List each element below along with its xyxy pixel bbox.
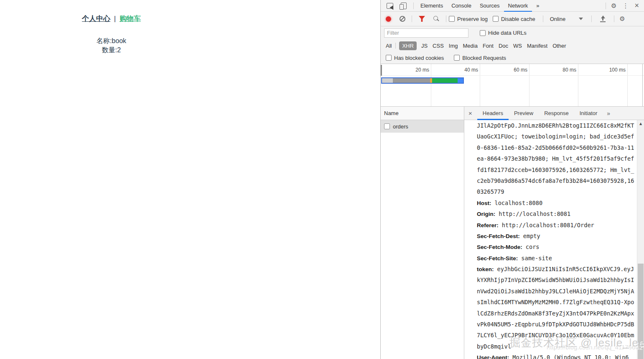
type-filter-css[interactable]: CSS — [433, 43, 444, 49]
tick-80ms: 80 ms — [547, 67, 576, 73]
record-icon[interactable] — [386, 16, 391, 22]
header-line: 03265779 — [477, 186, 644, 197]
detail-tab-headers[interactable]: Headers — [477, 107, 509, 120]
throttling-select[interactable]: Online — [550, 16, 566, 22]
request-row-checkbox[interactable] — [384, 123, 390, 129]
separator — [614, 15, 614, 22]
devtools-close-icon[interactable]: × — [632, 1, 644, 10]
cart-link[interactable]: 购物车 — [120, 15, 141, 23]
has-blocked-cookies-checkbox[interactable] — [386, 55, 392, 61]
type-filter-xhr[interactable]: XHR — [399, 41, 416, 50]
timeline-left-handle[interactable] — [381, 65, 382, 76]
filter-input[interactable] — [384, 28, 468, 38]
header-line-token: token:eyJhbGciOiJSUzI1NiIsInR5cCI6IkpXVC… — [477, 264, 644, 274]
gridline — [431, 64, 431, 106]
header-line-sec-fetch-dest: Sec-Fetch-Dest:empty — [477, 231, 644, 241]
disable-cache-label: Disable cache — [501, 16, 535, 22]
search-icon[interactable] — [433, 16, 439, 22]
header-line: UaoGcX1FUoc; toweibologin=login; bad_idc… — [477, 131, 644, 142]
header-line: ea-8664-973e38b7b980; Hm_lvt_45f5f201f5a… — [477, 153, 644, 164]
name-column-header[interactable]: Name — [381, 107, 464, 120]
header-line: vPk04N5UM5-zEqpbruL9fDTpkXPdGOTUJd8WhbHD… — [477, 319, 644, 330]
devtools-settings-gear-icon[interactable]: ⚙ — [608, 2, 619, 10]
throttling-dropdown-arrow-icon[interactable] — [579, 18, 583, 20]
network-overview-timeline[interactable]: 20 ms 40 ms 60 ms 80 ms 100 ms — [381, 64, 644, 107]
tab-console[interactable]: Console — [447, 0, 476, 12]
scroll-up-arrow-icon[interactable]: ▲ — [637, 120, 644, 127]
blocked-requests-checkbox[interactable] — [454, 55, 460, 61]
waterfall-queueing-segment — [382, 78, 393, 83]
gridline — [578, 64, 578, 106]
gridline — [480, 64, 480, 106]
type-filter-manifest[interactable]: Manifest — [527, 43, 547, 49]
kebab-menu-icon[interactable]: ⋮ — [619, 2, 632, 10]
inspect-element-icon[interactable] — [387, 3, 393, 9]
requests-name-column: Name orders — [381, 107, 464, 359]
separator — [591, 15, 592, 22]
type-filter-ws[interactable]: WS — [513, 43, 522, 49]
network-settings-gear-icon[interactable]: ⚙ — [617, 15, 627, 23]
type-filter-font[interactable]: Font — [483, 43, 494, 49]
tick-100ms: 100 ms — [596, 67, 626, 73]
waterfall-download-segment — [458, 78, 463, 83]
personal-center-link[interactable]: 个人中心 — [82, 15, 110, 23]
request-waterfall-bar[interactable] — [381, 77, 464, 84]
item-name-text: 名称:book — [0, 36, 223, 46]
header-line-user-agent: User-Agent:Mozilla/5.0 (Windows NT 10.0;… — [477, 352, 644, 359]
tick-60ms: 60 ms — [498, 67, 527, 73]
tick-20ms: 20 ms — [400, 67, 429, 73]
cart-item-info: 名称:book 数量:2 — [0, 36, 223, 55]
request-row-orders[interactable]: orders — [381, 120, 464, 133]
headers-scrollbar[interactable]: ▲ — [637, 120, 644, 359]
detail-tab-response[interactable]: Response — [539, 107, 574, 120]
timeline-right-edge — [642, 64, 643, 106]
header-line: 7LCY6l_yECJP9BrINCUYD3Fc3o1O5xE0GacuvAc0… — [477, 330, 644, 341]
page-nav: 个人中心 | 购物车 — [0, 14, 223, 23]
scrollbar-thumb[interactable] — [638, 264, 644, 359]
preserve-log-checkbox[interactable] — [449, 16, 455, 22]
type-filter-doc[interactable]: Doc — [499, 43, 508, 49]
waterfall-waiting-segment — [432, 78, 458, 83]
tab-sources[interactable]: Sources — [476, 0, 504, 12]
header-line: fd1f82177d2cceb=1603075926,1603265772; H… — [477, 164, 644, 175]
blocked-filter-row: Has blocked cookies Blocked Requests — [381, 52, 644, 64]
nav-separator: | — [114, 15, 116, 23]
web-page-content: 个人中心 | 购物车 名称:book 数量:2 — [0, 0, 223, 359]
more-tabs-button[interactable]: » — [532, 0, 543, 12]
separator — [543, 15, 543, 22]
gridline — [627, 64, 628, 106]
detail-more-tabs-button[interactable]: » — [603, 110, 614, 117]
detail-tabbar: × Headers Preview Response Initiator » — [464, 107, 644, 120]
request-detail-pane: × Headers Preview Response Initiator » J… — [464, 107, 644, 359]
item-quantity-text: 数量:2 — [0, 46, 223, 55]
preserve-log-label: Preserve log — [457, 16, 488, 22]
separator — [606, 3, 606, 9]
header-line: JIlA2pOtFpO.JnnLmz8D6ERh%2BtogI1IZC66Ic8… — [477, 120, 644, 131]
header-line: byDc8mqivl — [477, 341, 644, 352]
disable-cache-checkbox[interactable] — [493, 16, 499, 22]
import-har-icon[interactable] — [600, 15, 606, 22]
tab-network[interactable]: Network — [504, 0, 532, 12]
tab-elements[interactable]: Elements — [416, 0, 447, 12]
type-filter-js[interactable]: JS — [421, 43, 428, 49]
header-line: nVwd2QiOiJsaWd1b2hhbyJ9LCJleHAiOjE2MDQzM… — [477, 286, 644, 297]
waterfall-stalled-segment — [393, 78, 430, 83]
type-filter-all[interactable]: All — [386, 43, 392, 49]
type-filter-img[interactable]: Img — [449, 43, 458, 49]
detail-tab-preview[interactable]: Preview — [509, 107, 539, 120]
network-toolbar: Preserve log Disable cache Online ⚙ — [381, 12, 644, 26]
request-name: orders — [393, 123, 408, 130]
type-filter-media[interactable]: Media — [463, 43, 477, 49]
hide-data-urls-checkbox[interactable] — [480, 30, 486, 36]
headers-pane: JIlA2pOtFpO.JnnLmz8D6ERh%2BtogI1IZC66Ic8… — [464, 120, 644, 359]
clear-log-icon[interactable] — [400, 16, 405, 22]
header-line: lCdZ8rhzERdsZdOmaK8f3TeyZjX3ntO47PkPE0n2… — [477, 308, 644, 319]
separator — [412, 15, 412, 22]
detail-tab-initiator[interactable]: Initiator — [574, 107, 603, 120]
separator — [446, 15, 446, 22]
filter-funnel-icon[interactable] — [419, 16, 425, 22]
type-filter-other[interactable]: Other — [552, 43, 566, 49]
device-toolbar-icon[interactable] — [401, 3, 407, 9]
detail-close-icon[interactable]: × — [464, 110, 477, 117]
header-line: c2eb790a9d86a574dc6fa8a7efb3b284=1603075… — [477, 175, 644, 186]
